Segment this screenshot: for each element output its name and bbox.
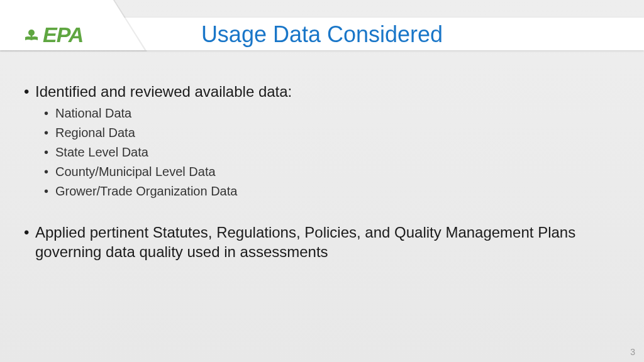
bullet-level-2: National Data xyxy=(44,105,620,122)
page-number: 3 xyxy=(630,347,635,357)
bullet-level-2: Regional Data xyxy=(44,124,620,141)
slide-content: Identified and reviewed available data:N… xyxy=(24,82,620,266)
spacer xyxy=(24,202,620,222)
bullet-level-2: State Level Data xyxy=(44,144,620,161)
bullet-level-2: County/Municipal Level Data xyxy=(44,163,620,180)
slide-title: Usage Data Considered xyxy=(0,21,644,48)
bullet-level-1: Identified and reviewed available data: xyxy=(24,82,620,101)
bullet-level-2: Grower/Trade Organization Data xyxy=(44,183,620,200)
bullet-level-1: Applied pertinent Statutes, Regulations,… xyxy=(24,222,620,261)
